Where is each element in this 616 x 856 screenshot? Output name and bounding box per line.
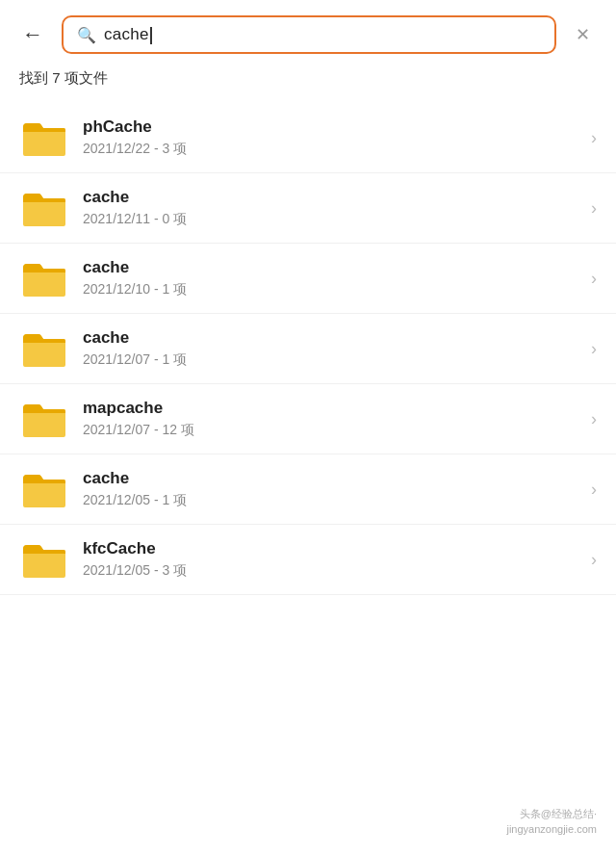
chevron-right-icon: › — [591, 269, 597, 289]
search-text: cache — [104, 25, 149, 43]
file-info: cache 2021/12/11 - 0 项 — [83, 188, 583, 228]
file-info: kfcCache 2021/12/05 - 3 项 — [83, 539, 583, 580]
search-input[interactable]: cache — [104, 25, 541, 44]
folder-icon-wrap — [19, 398, 69, 440]
folder-icon — [21, 328, 67, 369]
list-item[interactable]: phCache 2021/12/22 - 3 项 › — [0, 103, 616, 173]
chevron-right-icon: › — [591, 198, 597, 219]
file-name: phCache — [83, 117, 583, 137]
folder-icon — [21, 399, 67, 439]
file-meta: 2021/12/22 - 3 项 — [83, 141, 583, 158]
file-name: cache — [83, 188, 583, 207]
chevron-right-icon: › — [591, 409, 597, 429]
list-item[interactable]: cache 2021/12/10 - 1 项 › — [0, 244, 616, 314]
back-button[interactable]: ← — [15, 17, 50, 52]
folder-icon-wrap — [19, 327, 69, 370]
file-info: cache 2021/12/07 - 1 项 — [83, 328, 583, 369]
file-info: cache 2021/12/05 - 1 项 — [83, 469, 583, 509]
folder-icon — [21, 469, 67, 509]
file-name: mapcache — [83, 399, 583, 418]
file-meta: 2021/12/07 - 12 项 — [83, 422, 583, 439]
folder-icon-wrap — [19, 117, 69, 159]
chevron-right-icon: › — [591, 550, 597, 570]
file-name: cache — [83, 258, 583, 277]
list-item[interactable]: mapcache 2021/12/07 - 12 项 › — [0, 384, 616, 454]
folder-icon — [21, 539, 67, 580]
list-item[interactable]: cache 2021/12/05 - 1 项 › — [0, 454, 616, 525]
back-arrow-icon: ← — [22, 24, 43, 45]
folder-icon — [21, 258, 67, 298]
folder-icon — [21, 188, 67, 228]
chevron-right-icon: › — [591, 480, 597, 500]
header: ← 🔍 cache ✕ — [0, 0, 616, 65]
file-meta: 2021/12/11 - 0 项 — [83, 211, 583, 228]
file-meta: 2021/12/10 - 1 项 — [83, 281, 583, 298]
search-icon: 🔍 — [77, 26, 96, 44]
folder-icon-wrap — [19, 538, 69, 581]
clear-icon: ✕ — [576, 24, 590, 45]
clear-button[interactable]: ✕ — [568, 20, 597, 49]
list-item[interactable]: cache 2021/12/11 - 0 项 › — [0, 173, 616, 244]
cursor — [150, 27, 152, 44]
file-info: cache 2021/12/10 - 1 项 — [83, 258, 583, 298]
list-item[interactable]: kfcCache 2021/12/05 - 3 项 › — [0, 525, 616, 595]
file-name: cache — [83, 328, 583, 348]
folder-icon-wrap — [19, 468, 69, 510]
file-name: cache — [83, 469, 583, 488]
chevron-right-icon: › — [591, 339, 597, 359]
folder-icon-wrap — [19, 257, 69, 299]
file-list: phCache 2021/12/22 - 3 项 › cache 2021/12… — [0, 103, 616, 595]
file-name: kfcCache — [83, 539, 583, 558]
file-info: mapcache 2021/12/07 - 12 项 — [83, 399, 583, 439]
file-info: phCache 2021/12/22 - 3 项 — [83, 117, 583, 158]
result-count: 找到 7 项文件 — [0, 65, 616, 103]
file-meta: 2021/12/05 - 3 项 — [83, 562, 583, 580]
folder-icon — [21, 117, 67, 158]
file-meta: 2021/12/05 - 1 项 — [83, 492, 583, 509]
file-meta: 2021/12/07 - 1 项 — [83, 351, 583, 369]
chevron-right-icon: › — [591, 128, 597, 148]
search-bar[interactable]: 🔍 cache — [62, 15, 556, 54]
folder-icon-wrap — [19, 187, 69, 229]
list-item[interactable]: cache 2021/12/07 - 1 项 › — [0, 314, 616, 384]
watermark: 头条@经验总结· jingyanzongjie.com — [506, 807, 597, 837]
